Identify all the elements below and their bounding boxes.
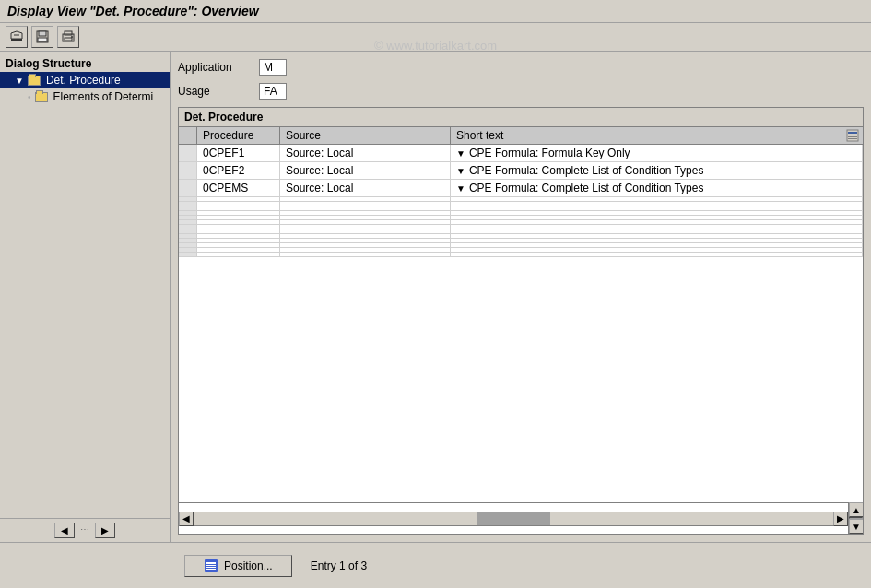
scroll-area: ◀ ▶ ▲ ▼	[179, 502, 863, 534]
tree-expand-arrow: ▼	[15, 76, 24, 86]
table-row[interactable]: 0CPEF2 Source: Local ▼ CPE Formula: Comp…	[179, 162, 863, 180]
sidebar-separator: ⋯	[75, 523, 95, 538]
sidebar-item-elements[interactable]: • Elements of Determi	[0, 88, 170, 105]
row-selector	[179, 253, 197, 256]
toolbar-btn-2[interactable]	[31, 26, 53, 48]
cell-source-3: Source: Local	[280, 180, 451, 196]
application-label: Application	[178, 61, 252, 74]
h-scroll-right-btn[interactable]: ▶	[833, 512, 848, 526]
row-selector	[179, 243, 197, 247]
row-selector	[179, 197, 197, 201]
cell-shorttext-2: ▼ CPE Formula: Complete List of Conditio…	[451, 162, 863, 179]
sidebar-scroll-left[interactable]: ◀	[54, 523, 75, 538]
h-scroll-thumb[interactable]	[477, 512, 550, 525]
row-selector	[179, 234, 197, 238]
title-bar: Display View "Det. Procedure": Overview	[0, 0, 871, 23]
window-title: Display View "Det. Procedure": Overview	[7, 4, 259, 18]
toolbar-btn-1[interactable]	[6, 26, 28, 48]
svg-rect-17	[206, 565, 216, 566]
position-button[interactable]: Position...	[184, 555, 292, 577]
position-icon	[204, 559, 218, 573]
row-selector	[179, 202, 197, 206]
dropdown-arrow-1: ▼	[456, 148, 465, 159]
sidebar-item-label: Det. Procedure	[46, 74, 121, 87]
sidebar: Dialog Structure ▼ Det. Procedure • Elem…	[0, 52, 171, 542]
row-selector	[179, 206, 197, 210]
dropdown-arrow-3: ▼	[456, 183, 465, 194]
table-row[interactable]: 0CPEMS Source: Local ▼ CPE Formula: Comp…	[179, 180, 863, 197]
row-selector	[179, 180, 197, 196]
col-header-procedure: Procedure	[197, 127, 280, 144]
svg-rect-8	[65, 38, 72, 41]
sidebar-item-det-procedure[interactable]: ▼ Det. Procedure	[0, 72, 170, 88]
cell-source-2: Source: Local	[280, 162, 451, 179]
usage-row: Usage FA	[178, 83, 864, 100]
row-selector	[179, 248, 197, 252]
col-selector-header	[179, 127, 197, 144]
h-scroll-track	[194, 512, 833, 526]
data-table: Det. Procedure Procedure Source Short te…	[178, 107, 864, 535]
row-selector	[179, 162, 197, 179]
svg-rect-12	[848, 135, 857, 135]
svg-rect-5	[38, 38, 47, 41]
table-column-headers: Procedure Source Short text	[179, 127, 863, 145]
cell-shorttext-3: ▼ CPE Formula: Complete List of Conditio…	[451, 180, 863, 196]
table-header: Det. Procedure	[179, 108, 863, 127]
column-settings-icon[interactable]	[842, 127, 863, 144]
row-selector	[179, 211, 197, 215]
folder-icon	[28, 76, 41, 86]
right-panel: Application M Usage FA Det. Procedure Pr…	[171, 52, 871, 542]
svg-point-9	[71, 36, 73, 38]
application-value: M	[259, 59, 287, 76]
cell-procedure-2: 0CPEF2	[197, 162, 280, 179]
cell-procedure-3: 0CPEMS	[197, 180, 280, 196]
watermark: © www.tutorialkart.com	[374, 39, 497, 53]
sidebar-title: Dialog Structure	[0, 55, 170, 72]
content-area: Dialog Structure ▼ Det. Procedure • Elem…	[0, 52, 871, 542]
dropdown-arrow-2: ▼	[456, 166, 465, 176]
row-selector	[179, 145, 197, 161]
col-header-source: Source	[280, 127, 451, 144]
row-selector	[179, 225, 197, 229]
bullet: •	[28, 92, 31, 102]
application-row: Application M	[178, 59, 864, 76]
row-selector	[179, 216, 197, 219]
main-window: Display View "Det. Procedure": Overview	[0, 0, 871, 588]
folder-icon-2	[35, 92, 48, 102]
col-header-shorttext: Short text	[451, 127, 842, 144]
table-row[interactable]: 0CPEF1 Source: Local ▼ CPE Formula: Form…	[179, 145, 863, 162]
h-scroll-left-btn[interactable]: ◀	[179, 512, 194, 526]
svg-rect-14	[848, 138, 857, 139]
cell-source-1: Source: Local	[280, 145, 451, 161]
svg-rect-16	[206, 562, 216, 564]
toolbar: © www.tutorialkart.com	[0, 23, 871, 52]
row-selector	[179, 239, 197, 242]
entry-info: Entry 1 of 3	[311, 559, 367, 572]
usage-label: Usage	[178, 85, 252, 98]
sidebar-bottom-nav: ◀ ⋯ ▶	[0, 518, 170, 542]
bottom-bar: Position... Entry 1 of 3	[0, 542, 871, 588]
v-scroll-down-btn[interactable]: ▼	[849, 519, 864, 534]
toolbar-btn-3[interactable]	[57, 26, 79, 48]
cell-procedure-1: 0CPEF1	[197, 145, 280, 161]
cell-shorttext-1: ▼ CPE Formula: Formula Key Only	[451, 145, 863, 161]
svg-rect-11	[848, 132, 857, 134]
sidebar-scroll-right[interactable]: ▶	[95, 523, 115, 538]
row-selector	[179, 229, 197, 233]
v-scroll-bar: ▲ ▼	[848, 502, 863, 534]
sidebar-items: Dialog Structure ▼ Det. Procedure • Elem…	[0, 52, 170, 518]
row-selector	[179, 220, 197, 224]
usage-value: FA	[259, 83, 287, 100]
table-body: 0CPEF1 Source: Local ▼ CPE Formula: Form…	[179, 145, 863, 502]
svg-rect-18	[206, 567, 216, 568]
svg-rect-13	[848, 136, 857, 137]
sidebar-item-label-2: Elements of Determi	[53, 90, 154, 103]
position-btn-label: Position...	[224, 559, 273, 572]
v-scroll-up-btn[interactable]: ▲	[849, 502, 864, 517]
svg-rect-4	[39, 31, 46, 36]
table-row-empty	[179, 253, 863, 257]
svg-rect-19	[206, 569, 216, 570]
h-scroll-bar: ◀ ▶	[179, 502, 848, 534]
